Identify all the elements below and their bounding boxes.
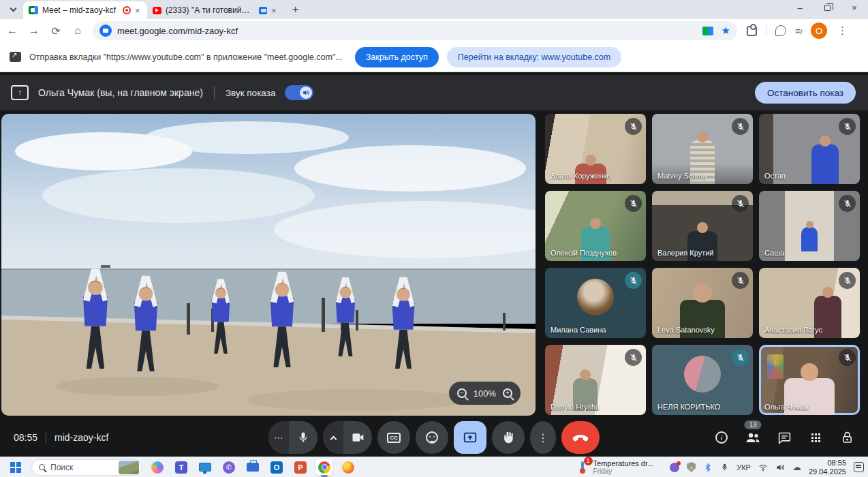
- mic-options-icon[interactable]: ⋯: [268, 421, 289, 454]
- forward-button[interactable]: →: [25, 21, 44, 40]
- divider: [46, 432, 46, 443]
- close-access-button[interactable]: Закрыть доступ: [355, 47, 439, 67]
- tab-close-icon[interactable]: ×: [134, 5, 142, 16]
- stop-presenting-button[interactable]: Остановить показ: [755, 82, 856, 104]
- beach-dance-scene: [1, 114, 536, 416]
- presentation-audio-toggle[interactable]: [285, 85, 313, 100]
- leave-call-button[interactable]: [561, 421, 600, 454]
- participant-tile[interactable]: Саша: [759, 191, 860, 261]
- close-button[interactable]: ×: [841, 0, 868, 15]
- taskbar-teams[interactable]: T: [173, 459, 189, 476]
- extensions-icon[interactable]: [747, 26, 757, 36]
- taskbar-chrome-active[interactable]: [316, 459, 332, 476]
- reload-button[interactable]: ⟳: [46, 21, 65, 40]
- monitor-icon: [199, 463, 211, 472]
- participant-count-badge: 13: [744, 420, 761, 429]
- browser-tab-strip: Meet – mid-zaoy-kcf × (2333) "А ти готов…: [0, 0, 868, 19]
- participant-tile[interactable]: Олексій Позднухов: [545, 191, 646, 261]
- tray-wifi[interactable]: [758, 463, 768, 472]
- meet-pip-icon[interactable]: [702, 27, 713, 35]
- taskbar-clock[interactable]: 08:55 29.04.2025: [809, 459, 846, 476]
- tray-security[interactable]: [687, 462, 696, 472]
- zoom-in-icon[interactable]: +: [503, 388, 512, 398]
- tab-close-icon[interactable]: ×: [270, 5, 278, 16]
- language-indicator[interactable]: УКР: [737, 463, 751, 472]
- home-button[interactable]: ⌂: [68, 21, 87, 40]
- bookmark-star-icon[interactable]: ★: [722, 25, 730, 37]
- tab-meet[interactable]: Meet – mid-zaoy-kcf ×: [23, 1, 147, 19]
- camera-button[interactable]: [323, 421, 372, 454]
- tray-viber[interactable]: [670, 463, 679, 472]
- participant-name: Ольга Чумак: [764, 403, 809, 411]
- camera-options-icon[interactable]: [323, 421, 343, 454]
- taskbar-display-app[interactable]: [197, 459, 213, 476]
- participant-tile[interactable]: НЕЛЯ КОРИТЬКО: [652, 345, 753, 415]
- restore-button[interactable]: [813, 0, 841, 15]
- taskbar-copilot[interactable]: [149, 459, 166, 476]
- presenter-title: Ольга Чумак (вы, на главном экране): [38, 87, 203, 98]
- tab-search-button[interactable]: [4, 1, 22, 18]
- participant-tile-self[interactable]: Ольга Чумак: [759, 345, 860, 415]
- meet-bottom-bar: 08:55 mid-zaoy-kcf ⋯ CC ⋮: [0, 418, 868, 457]
- zoom-out-icon[interactable]: −: [457, 388, 467, 398]
- participant-video: [801, 227, 818, 251]
- teams-icon: T: [175, 461, 187, 474]
- participant-name: НЕЛЯ КОРИТЬКО: [657, 403, 720, 411]
- participant-tile[interactable]: Остап: [759, 114, 860, 184]
- meet-app: ↑ Ольга Чумак (вы, на главном экране) Зв…: [0, 72, 868, 457]
- taskbar-viber[interactable]: ✆: [221, 459, 237, 476]
- participant-tile[interactable]: Danylo Hrysha: [545, 345, 646, 415]
- profile-avatar[interactable]: O: [811, 22, 827, 39]
- viber-icon: [670, 463, 679, 472]
- participant-tile[interactable]: Милана Савина: [545, 268, 646, 338]
- taskbar-powerpoint[interactable]: P: [292, 459, 309, 476]
- chat-button[interactable]: [775, 429, 793, 446]
- participant-name: Милана Савина: [551, 326, 606, 334]
- participant-tile[interactable]: Matvey Sulima: [652, 114, 753, 184]
- taskbar-firefox[interactable]: [340, 459, 356, 476]
- shared-screen-video[interactable]: − 100% +: [1, 114, 536, 416]
- desktop: Meet – mid-zaoy-kcf × (2333) "А ти готов…: [0, 0, 868, 477]
- speaker-icon: [302, 89, 310, 97]
- taskbar-outlook[interactable]: O: [268, 459, 285, 476]
- mic-icon: [289, 421, 317, 454]
- participant-video: [811, 144, 839, 184]
- participant-tile[interactable]: Анастасия Лагус: [759, 268, 860, 338]
- tray-bluetooth[interactable]: [703, 463, 713, 472]
- weather-widget[interactable]: 1 Temperatures dr... Friday: [577, 459, 654, 475]
- taskbar-search[interactable]: Поиск: [31, 459, 142, 476]
- tray-microphone[interactable]: [720, 463, 729, 472]
- back-button[interactable]: ←: [3, 21, 22, 40]
- new-tab-button[interactable]: +: [288, 1, 304, 18]
- raise-hand-button[interactable]: [492, 421, 525, 454]
- tray-onedrive[interactable]: ☁: [792, 462, 801, 472]
- activities-button[interactable]: [807, 429, 824, 446]
- address-bar[interactable]: meet.google.com/mid-zaoy-kcf ★: [93, 21, 737, 40]
- participant-tile[interactable]: Злата Хоруженко: [545, 114, 646, 184]
- reactions-button[interactable]: [416, 421, 448, 454]
- meeting-details-button[interactable]: i: [713, 429, 730, 446]
- participant-tile[interactable]: Валерия Крутий: [652, 191, 753, 261]
- browser-menu-icon[interactable]: ⋮: [836, 25, 854, 37]
- media-controls-icon[interactable]: ≡♪: [795, 26, 802, 36]
- presenter-bar: ↑ Ольга Чумак (вы, на главном экране) Зв…: [0, 75, 868, 110]
- microphone-button[interactable]: ⋯: [268, 421, 317, 454]
- more-options-button[interactable]: ⋮: [530, 421, 556, 454]
- action-center-icon[interactable]: [854, 462, 864, 472]
- minimize-button[interactable]: –: [786, 0, 813, 15]
- tab-sharing-bar: Отправка вкладки "https://www.youtube.co…: [0, 42, 868, 72]
- search-placeholder: Поиск: [50, 463, 119, 472]
- taskbar-work-folders[interactable]: [245, 459, 261, 476]
- start-button[interactable]: [7, 459, 25, 476]
- briefcase-icon: [247, 463, 259, 472]
- tray-volume[interactable]: [775, 463, 785, 472]
- participants-grid: Злата Хоруженко Matvey Sulima Остап Олек…: [545, 114, 860, 416]
- participant-tile[interactable]: Leva Satanovsky: [652, 268, 753, 338]
- go-to-tab-button[interactable]: Перейти на вкладку: www.youtube.com: [447, 47, 621, 67]
- present-button-active[interactable]: [454, 421, 486, 454]
- tab-youtube[interactable]: (2333) "А ти готовий?" гра ×: [147, 1, 283, 19]
- captions-button[interactable]: CC: [377, 421, 410, 454]
- participants-button[interactable]: 13: [744, 429, 762, 446]
- host-controls-button[interactable]: [838, 429, 856, 446]
- performance-icon[interactable]: [775, 25, 786, 36]
